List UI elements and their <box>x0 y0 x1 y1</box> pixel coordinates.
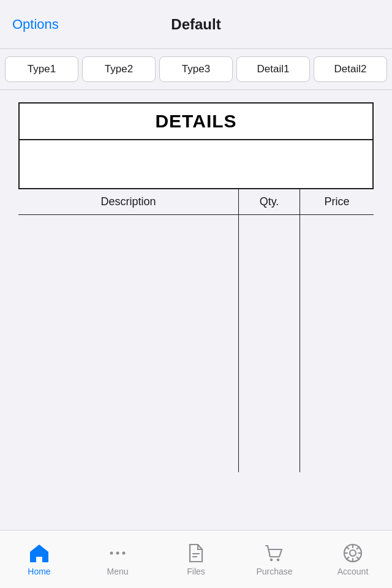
info-cell <box>19 140 373 189</box>
main-content: DETAILS Description Qty. Price <box>0 90 392 533</box>
svg-point-8 <box>350 550 356 556</box>
tab-menu[interactable]: Menu <box>78 530 157 588</box>
tab-home[interactable]: Home <box>0 530 78 588</box>
svg-point-0 <box>110 552 113 555</box>
column-headers: Description Qty. Price <box>18 189 374 215</box>
col-description-header: Description <box>18 189 239 214</box>
header: Options Default <box>0 0 392 49</box>
svg-line-15 <box>357 547 360 549</box>
home-icon <box>28 542 50 564</box>
svg-point-2 <box>123 552 126 555</box>
tab-account[interactable]: Account <box>314 530 392 588</box>
filter-type2[interactable]: Type2 <box>82 56 156 82</box>
svg-point-5 <box>270 559 273 561</box>
options-button[interactable]: Options <box>12 17 59 32</box>
col-price-header: Price <box>300 189 374 214</box>
tab-account-label: Account <box>337 567 369 576</box>
filter-type1[interactable]: Type1 <box>5 56 78 82</box>
files-icon <box>185 542 207 564</box>
svg-line-14 <box>357 557 360 560</box>
tab-purchase[interactable]: Purchase <box>235 530 314 588</box>
tab-bar: Home Menu Files <box>0 530 392 588</box>
filter-type3[interactable]: Type3 <box>159 56 233 82</box>
svg-point-6 <box>277 559 279 561</box>
page-title: Default <box>171 16 221 33</box>
account-icon <box>342 542 364 564</box>
purchase-icon <box>263 542 285 564</box>
details-table: DETAILS <box>18 102 374 189</box>
tab-purchase-label: Purchase <box>256 567 292 576</box>
filter-detail2[interactable]: Detail2 <box>314 56 387 82</box>
menu-icon <box>107 542 129 564</box>
description-data <box>18 215 239 472</box>
price-data <box>300 215 374 472</box>
svg-line-13 <box>347 547 349 549</box>
filter-detail1[interactable]: Detail1 <box>236 56 310 82</box>
tab-menu-label: Menu <box>107 567 128 576</box>
table-title: DETAILS <box>19 103 373 140</box>
col-qty-header: Qty. <box>239 189 300 214</box>
tab-files-label: Files <box>187 567 205 576</box>
table-data-area <box>18 215 374 472</box>
filter-bar: Type1 Type2 Type3 Detail1 Detail2 <box>0 49 392 90</box>
qty-data <box>239 215 300 472</box>
tab-files[interactable]: Files <box>157 530 235 588</box>
svg-line-16 <box>347 557 349 560</box>
svg-point-1 <box>116 552 119 555</box>
tab-home-label: Home <box>28 567 50 576</box>
